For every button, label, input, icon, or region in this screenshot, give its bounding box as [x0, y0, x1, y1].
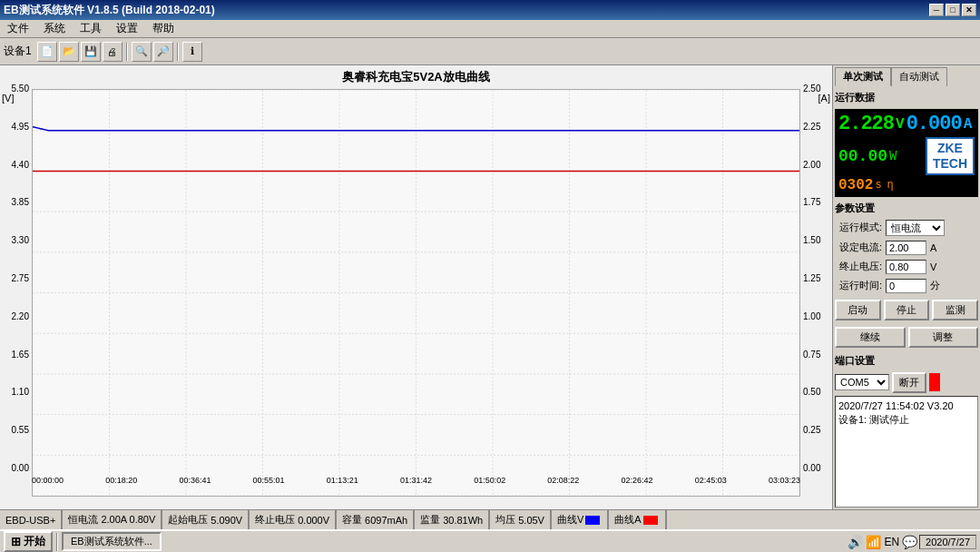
chart-title: 奥睿科充电宝5V2A放电曲线 — [0, 65, 832, 89]
monitor-button[interactable]: 监测 — [932, 300, 978, 320]
x-tick: 00:36:41 — [179, 476, 211, 485]
current-set-unit: A — [930, 242, 941, 253]
toolbar: 设备1 📄 📂 💾 🖨 🔍 🔎 ℹ — [0, 38, 980, 65]
start-button[interactable]: 启动 — [835, 300, 881, 320]
live-time-value: 0302 — [838, 177, 873, 193]
status-mode: 恒电流 2.00A 0.80V — [63, 510, 162, 529]
tray-icon-1: 🔊 — [848, 535, 863, 549]
continue-button[interactable]: 继续 — [835, 327, 906, 348]
y-left-tick: 0.55 — [12, 425, 29, 435]
y-axis-left: 5.504.954.403.853.302.752.201.651.100.55… — [0, 84, 32, 473]
menu-file[interactable]: 文件 — [4, 20, 33, 37]
live-voltage-unit: V — [896, 116, 905, 133]
minimize-button[interactable]: ─ — [929, 4, 944, 16]
taskbar: ⊞ 开始 EB测试系统软件... 🔊 📶 EN 💬 2020/7/27 — [0, 529, 980, 552]
menu-system[interactable]: 系统 — [40, 20, 69, 37]
y-right-tick: 1.75 — [803, 197, 820, 207]
close-button[interactable]: ✕ — [962, 4, 976, 16]
x-tick: 02:45:03 — [695, 476, 727, 485]
y-right-tick: 2.25 — [803, 122, 820, 132]
run-time-input[interactable] — [886, 279, 926, 293]
time-row: 0302 s η — [838, 177, 975, 193]
current-set-input[interactable] — [886, 241, 926, 255]
y-left-tick: 3.30 — [12, 235, 29, 245]
tray-icon-2: 📶 — [866, 535, 881, 549]
menu-settings[interactable]: 设置 — [113, 20, 142, 37]
toolbar-search[interactable]: 🔍 — [132, 42, 152, 62]
run-time-label: 运行时间: — [835, 279, 882, 292]
cutoff-v-label: 终止电压: — [835, 260, 882, 273]
taskbar-sep — [56, 533, 58, 551]
log-line: 2020/7/27 11:54:02 V3.20 — [838, 399, 975, 413]
params-title: 参数设置 — [835, 200, 978, 217]
tab-row: 单次测试 自动测试 — [835, 67, 978, 86]
voltage-row: 2.228 V 0.000 A — [838, 113, 975, 135]
y-right-tick: 0.00 — [803, 463, 820, 473]
main-area: 奥睿科充电宝5V2A放电曲线 [V] [A] 5.504.954.403.853… — [0, 65, 980, 509]
menu-tools[interactable]: 工具 — [76, 20, 105, 37]
ctrl-btn-row2: 继续 调整 — [835, 327, 978, 348]
x-tick: 00:00:00 — [32, 476, 64, 485]
tab-single-test[interactable]: 单次测试 — [835, 67, 891, 86]
status-curve-a: 曲线A — [609, 510, 666, 529]
y-left-tick: 0.00 — [12, 463, 29, 473]
log-line: 设备1: 测试停止 — [838, 413, 975, 427]
live-time-unit: s — [875, 179, 881, 192]
cutoff-v-unit: V — [930, 261, 941, 272]
toolbar-sep1 — [126, 43, 128, 61]
menu-help[interactable]: 帮助 — [149, 20, 178, 37]
mode-label: 运行模式: — [835, 221, 882, 234]
x-tick: 02:26:42 — [622, 476, 653, 485]
live-current-value: 0.000 — [906, 113, 962, 135]
live-data-box: 2.228 V 0.000 A 00.00 W ZKE TECH 0302 s … — [835, 109, 978, 197]
y-left-tick: 5.50 — [12, 84, 29, 94]
toolbar-zoom[interactable]: 🔎 — [153, 42, 173, 62]
toolbar-save[interactable]: 💾 — [81, 42, 101, 62]
zke-logo: ZKE TECH — [926, 137, 975, 175]
taskbar-app-eb[interactable]: EB测试系统软件... — [62, 532, 162, 551]
live-data-title: 运行数据 — [835, 89, 978, 106]
run-time-row: 运行时间: 分 — [835, 279, 978, 293]
x-tick: 00:55:01 — [253, 476, 285, 485]
start-button-taskbar[interactable]: ⊞ 开始 — [4, 531, 53, 552]
live-current-unit: A — [964, 116, 973, 133]
power-logo-row: 00.00 W ZKE TECH — [838, 137, 975, 175]
port-select[interactable]: COM5 — [835, 374, 889, 390]
y-left-tick: 2.20 — [12, 311, 29, 321]
toolbar-new[interactable]: 📄 — [37, 42, 57, 62]
menu-bar: 文件 系统 工具 设置 帮助 — [0, 20, 980, 38]
y-left-tick: 2.75 — [12, 273, 29, 283]
y-axis-right: 2.502.252.001.751.501.251.000.750.500.25… — [800, 84, 832, 473]
chart-area: ZKETECH — [32, 89, 800, 497]
live-power-value: 00.00 — [838, 147, 887, 165]
cutoff-v-input[interactable] — [886, 260, 926, 274]
title-bar: EB测试系统软件 V1.8.5 (Build 2018-02-01) ─ □ ✕ — [0, 0, 980, 20]
y-left-tick: 1.65 — [12, 350, 29, 360]
stop-button[interactable]: 停止 — [884, 300, 930, 320]
disconnect-button[interactable]: 断开 — [892, 372, 926, 393]
device-label: 设备1 — [4, 44, 32, 59]
y-right-tick: 2.00 — [803, 160, 820, 170]
maximize-button[interactable]: □ — [946, 4, 960, 16]
y-right-tick: 0.50 — [803, 387, 820, 397]
x-tick: 00:18:20 — [105, 476, 137, 485]
current-set-row: 设定电流: A — [835, 241, 978, 255]
y-right-tick: 1.00 — [803, 311, 820, 321]
toolbar-print[interactable]: 🖨 — [103, 42, 122, 62]
x-tick: 01:31:42 — [400, 476, 432, 485]
chart-container: 奥睿科充电宝5V2A放电曲线 [V] [A] 5.504.954.403.853… — [0, 65, 833, 509]
taskbar-clock: 2020/7/27 — [919, 535, 976, 549]
mode-row: 运行模式: 恒电流 — [835, 220, 978, 236]
status-curve-v: 曲线V — [552, 510, 609, 529]
tab-auto-test[interactable]: 自动测试 — [891, 67, 947, 86]
adjust-button[interactable]: 调整 — [908, 327, 979, 348]
y-right-tick: 1.50 — [803, 235, 820, 245]
toolbar-info[interactable]: ℹ — [182, 42, 202, 62]
toolbar-open[interactable]: 📂 — [59, 42, 79, 62]
tray-icon-4: 💬 — [902, 535, 917, 549]
x-tick: 01:50:02 — [474, 476, 505, 485]
y-right-tick: 2.50 — [803, 84, 820, 94]
current-set-label: 设定电流: — [835, 241, 882, 254]
ctrl-btn-row1: 启动 停止 监测 — [835, 300, 978, 320]
mode-select[interactable]: 恒电流 — [886, 220, 945, 236]
